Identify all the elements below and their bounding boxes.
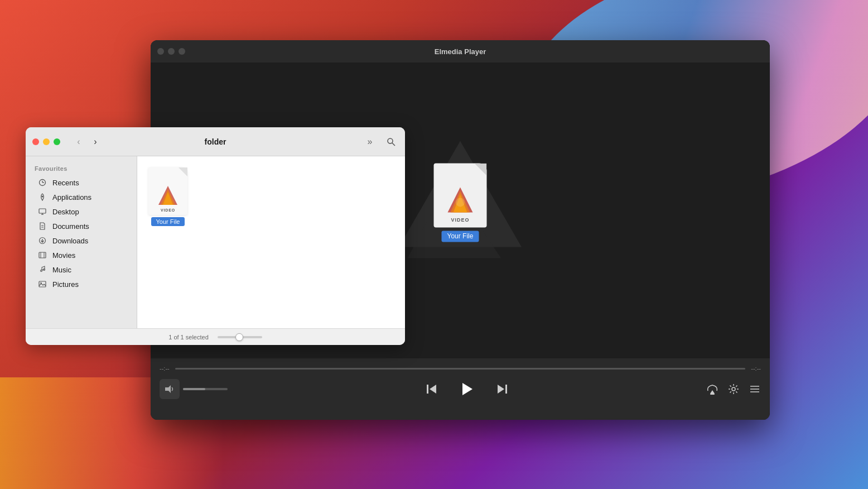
svg-rect-31 bbox=[39, 252, 46, 258]
svg-marker-12 bbox=[710, 390, 715, 394]
svg-point-5 bbox=[456, 198, 465, 207]
svg-point-23 bbox=[42, 196, 44, 198]
music-icon bbox=[38, 265, 47, 274]
volume-slider[interactable] bbox=[183, 388, 228, 390]
finder-file-doc: VIDEO bbox=[148, 167, 187, 215]
player-file-name-badge: Your File bbox=[442, 231, 479, 242]
size-slider-thumb bbox=[235, 333, 243, 341]
finder-toolbar-right: » bbox=[363, 135, 398, 149]
playlist-icon bbox=[749, 383, 761, 395]
next-icon bbox=[496, 383, 508, 395]
sidebar-item-movies[interactable]: Movies bbox=[29, 248, 133, 262]
sidebar-item-recents[interactable]: Recents bbox=[29, 175, 133, 190]
sidebar-item-label-recents: Recents bbox=[52, 179, 79, 187]
airplay-button[interactable] bbox=[706, 383, 718, 395]
finder-back-button[interactable]: ‹ bbox=[71, 135, 86, 149]
search-icon bbox=[387, 137, 396, 146]
finder-maximize-button[interactable] bbox=[54, 138, 60, 145]
finder-content: VIDEO Your File bbox=[137, 156, 405, 328]
airplay-icon bbox=[706, 383, 718, 395]
finder-search-button[interactable] bbox=[384, 135, 398, 149]
sidebar-item-downloads[interactable]: Downloads bbox=[29, 233, 133, 248]
finder-nav: ‹ › bbox=[71, 135, 103, 149]
statusbar-selection-text: 1 of 1 selected bbox=[168, 334, 209, 341]
player-title: Elmedia Player bbox=[435, 47, 486, 56]
svg-rect-24 bbox=[39, 209, 46, 213]
player-minimize-button[interactable] bbox=[168, 48, 175, 55]
svg-rect-7 bbox=[427, 385, 428, 394]
document-icon bbox=[38, 222, 47, 231]
finder-sidebar: Favourites Recents Applications Desktop bbox=[26, 156, 137, 328]
sidebar-item-label-desktop: Desktop bbox=[52, 208, 79, 216]
progress-track[interactable] bbox=[175, 368, 746, 370]
player-traffic-lights bbox=[157, 48, 185, 55]
player-file-type-label: VIDEO bbox=[451, 217, 469, 223]
sidebar-section-label: Favourites bbox=[26, 163, 137, 175]
finder-elmedia-logo-icon bbox=[157, 184, 179, 207]
finder-window: ‹ › folder » Favourites Recents bbox=[26, 127, 405, 345]
svg-line-19 bbox=[392, 143, 395, 146]
finder-body: Favourites Recents Applications Desktop bbox=[26, 156, 405, 328]
player-file-doc: VIDEO bbox=[434, 163, 487, 227]
play-button[interactable] bbox=[454, 376, 480, 402]
image-icon bbox=[38, 280, 47, 289]
settings-button[interactable] bbox=[727, 383, 740, 395]
svg-marker-9 bbox=[462, 383, 472, 395]
playlist-button[interactable] bbox=[749, 383, 761, 395]
finder-file-item[interactable]: VIDEO Your File bbox=[148, 167, 187, 226]
prev-button[interactable] bbox=[421, 378, 443, 400]
right-controls bbox=[706, 383, 761, 395]
finder-breadcrumb-button[interactable]: » bbox=[363, 135, 377, 149]
finder-folder-name: folder bbox=[205, 137, 226, 146]
time-start-label: --:-- bbox=[160, 365, 170, 372]
volume-icon bbox=[165, 385, 175, 394]
finder-close-button[interactable] bbox=[32, 138, 39, 145]
center-controls bbox=[421, 376, 513, 402]
volume-group bbox=[160, 379, 228, 399]
finder-traffic-lights bbox=[32, 138, 60, 145]
size-slider[interactable] bbox=[218, 336, 262, 338]
svg-rect-10 bbox=[505, 385, 507, 394]
controls-row bbox=[160, 376, 761, 408]
prev-icon bbox=[426, 383, 438, 395]
volume-button[interactable] bbox=[160, 379, 180, 399]
svg-point-18 bbox=[388, 138, 393, 143]
player-file-icon: VIDEO Your File bbox=[434, 163, 487, 242]
sidebar-item-label-applications: Applications bbox=[52, 193, 91, 202]
sidebar-item-label-pictures: Pictures bbox=[52, 280, 79, 289]
progress-bar-row: --:-- --:-- bbox=[160, 358, 761, 376]
svg-point-35 bbox=[44, 269, 45, 271]
sidebar-item-label-documents: Documents bbox=[52, 222, 89, 231]
monitor-icon bbox=[38, 207, 47, 216]
sidebar-item-label-downloads: Downloads bbox=[52, 237, 88, 245]
svg-rect-36 bbox=[39, 281, 46, 287]
finder-file-type-label: VIDEO bbox=[161, 208, 175, 212]
svg-marker-6 bbox=[165, 385, 171, 393]
svg-point-34 bbox=[41, 270, 42, 272]
sidebar-item-desktop[interactable]: Desktop bbox=[29, 204, 133, 219]
finder-forward-button[interactable]: › bbox=[88, 135, 103, 149]
clock-icon bbox=[38, 178, 47, 187]
player-controls-bar: --:-- --:-- bbox=[151, 358, 770, 420]
volume-slider-fill bbox=[183, 388, 205, 390]
svg-point-14 bbox=[732, 387, 735, 391]
player-maximize-button[interactable] bbox=[179, 48, 185, 55]
sidebar-item-label-movies: Movies bbox=[52, 251, 75, 260]
player-close-button[interactable] bbox=[157, 48, 164, 55]
finder-files-area: VIDEO Your File bbox=[137, 156, 405, 237]
svg-marker-8 bbox=[430, 385, 436, 394]
finder-file-name-badge: Your File bbox=[151, 217, 184, 226]
elmedia-logo-icon bbox=[445, 184, 476, 215]
svg-marker-11 bbox=[498, 385, 504, 394]
finder-minimize-button[interactable] bbox=[43, 138, 50, 145]
sidebar-item-pictures[interactable]: Pictures bbox=[29, 277, 133, 291]
finder-titlebar: ‹ › folder » bbox=[26, 127, 405, 156]
player-titlebar: Elmedia Player bbox=[151, 40, 770, 63]
rocket-icon bbox=[38, 193, 47, 202]
sidebar-item-applications[interactable]: Applications bbox=[29, 190, 133, 204]
finder-statusbar: 1 of 1 selected bbox=[26, 328, 405, 345]
sidebar-item-music[interactable]: Music bbox=[29, 262, 133, 277]
next-button[interactable] bbox=[491, 378, 513, 400]
sidebar-item-documents[interactable]: Documents bbox=[29, 219, 133, 233]
film-icon bbox=[38, 251, 47, 260]
